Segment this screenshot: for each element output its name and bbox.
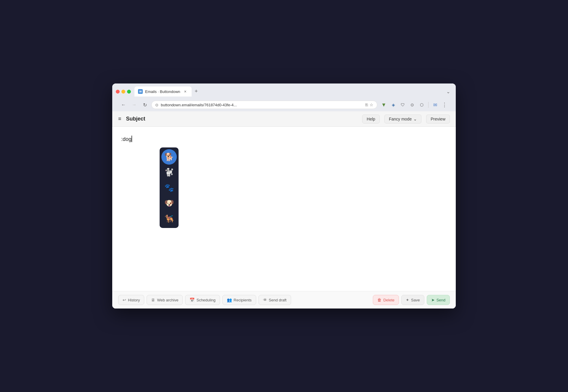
save-button[interactable]: ✦ Save <box>401 295 424 305</box>
title-bar: ✉ Emails · Buttondown × + ⌄ <box>116 86 452 97</box>
more-options-button[interactable]: ⋮ <box>440 101 449 109</box>
preview-button[interactable]: Preview <box>426 115 450 123</box>
emoji-item-poodle[interactable]: 🐩 <box>161 165 177 180</box>
editor-input[interactable]: :dog <box>121 136 447 142</box>
send-draft-label: Send draft <box>269 298 287 302</box>
new-tab-button[interactable]: + <box>192 87 200 95</box>
extension-verde[interactable]: ▼ <box>380 101 388 109</box>
preview-label: Preview <box>431 117 445 121</box>
emoji-picker-dropdown: 🐕 🐩 🐾 🐶 🐕‍🦺 <box>160 147 179 228</box>
scheduling-button[interactable]: 📅 Scheduling <box>185 295 220 305</box>
delete-icon: 🗑 <box>377 298 381 302</box>
cast-icon[interactable]: ⎘ <box>365 102 368 107</box>
extension-2[interactable]: ◈ <box>389 101 397 109</box>
active-tab[interactable]: ✉ Emails · Buttondown × <box>134 86 192 97</box>
extension-separator <box>428 102 429 108</box>
web-archive-label: Web archive <box>157 298 178 302</box>
app-content: ≡ Subject Help Fancy mode ⌄ Preview :dog… <box>112 111 456 309</box>
address-text: buttondown.email/emails/761874d0-43fe-4.… <box>161 103 363 107</box>
address-bar[interactable]: ⊙ buttondown.email/emails/761874d0-43fe-… <box>151 101 377 109</box>
web-archive-button[interactable]: 🖥 Web archive <box>147 295 183 305</box>
menu-icon[interactable]: ≡ <box>118 116 121 122</box>
browser-window: ✉ Emails · Buttondown × + ⌄ ← → ↻ ⊙ butt… <box>112 83 456 309</box>
emoji-item-paw-prints[interactable]: 🐾 <box>161 180 177 195</box>
send-label: Send <box>437 298 445 302</box>
fancy-mode-button[interactable]: Fancy mode ⌄ <box>384 115 421 123</box>
recipients-icon: 👥 <box>227 298 232 302</box>
tab-favicon: ✉ <box>138 89 143 94</box>
app-title: Subject <box>126 116 145 122</box>
emoji-item-dog-face[interactable]: 🐶 <box>161 195 177 211</box>
tab-close-button[interactable]: × <box>183 89 188 94</box>
minimize-traffic-light[interactable] <box>121 90 125 94</box>
address-security-icon: ⊙ <box>155 103 158 107</box>
tab-bar: ✉ Emails · Buttondown × + <box>134 86 442 97</box>
fancy-mode-label: Fancy mode <box>389 117 412 121</box>
close-traffic-light[interactable] <box>116 90 120 94</box>
maximize-traffic-light[interactable] <box>127 90 131 94</box>
save-icon: ✦ <box>406 298 409 302</box>
history-icon: ↩ <box>123 298 126 302</box>
text-cursor <box>131 136 132 142</box>
extension-clock[interactable]: ⊙ <box>408 101 416 109</box>
send-icon: ➤ <box>431 298 435 302</box>
bottom-toolbar: ↩ History 🖥 Web archive 📅 Scheduling 👥 R… <box>112 291 456 309</box>
delete-label: Delete <box>383 298 394 302</box>
save-label: Save <box>411 298 420 302</box>
refresh-button[interactable]: ↻ <box>141 101 149 109</box>
extension-puzzle[interactable]: ⬡ <box>418 101 426 109</box>
browser-extensions: ▼ ◈ 🛡 ⊙ ⬡ ✉ ⋮ <box>380 101 449 109</box>
back-button[interactable]: ← <box>119 101 128 109</box>
editor-area[interactable]: :dog 🐕 🐩 🐾 🐶 🐕‍🦺 <box>112 127 456 291</box>
traffic-lights <box>116 90 131 94</box>
bookmark-icon[interactable]: ☆ <box>370 102 373 107</box>
send-draft-button[interactable]: 👁 Send draft <box>259 295 291 305</box>
tab-title: Emails · Buttondown <box>145 89 180 94</box>
scheduling-label: Scheduling <box>196 298 215 302</box>
buttondown-extension[interactable]: ✉ <box>431 101 439 109</box>
emoji-item-service-dog[interactable]: 🐕‍🦺 <box>161 211 177 226</box>
history-button[interactable]: ↩ History <box>118 295 144 305</box>
scheduling-icon: 📅 <box>190 298 195 302</box>
tab-expand-button[interactable]: ⌄ <box>444 87 452 96</box>
recipients-button[interactable]: 👥 Recipients <box>222 295 256 305</box>
extension-shield[interactable]: 🛡 <box>399 101 407 109</box>
forward-button[interactable]: → <box>130 101 138 109</box>
fancy-mode-chevron: ⌄ <box>413 117 417 121</box>
delete-button[interactable]: 🗑 Delete <box>373 295 399 305</box>
emoji-item-dog[interactable]: 🐕 <box>161 149 177 165</box>
recipients-label: Recipients <box>234 298 252 302</box>
send-button[interactable]: ➤ Send <box>427 295 450 305</box>
history-label: History <box>128 298 140 302</box>
help-label: Help <box>367 117 375 121</box>
address-actions: ⎘ ☆ <box>365 102 373 107</box>
nav-bar: ← → ↻ ⊙ buttondown.email/emails/761874d0… <box>116 99 452 111</box>
app-header: ≡ Subject Help Fancy mode ⌄ Preview <box>112 111 456 127</box>
send-draft-icon: 👁 <box>263 298 267 302</box>
help-button[interactable]: Help <box>362 115 380 123</box>
browser-chrome: ✉ Emails · Buttondown × + ⌄ ← → ↻ ⊙ butt… <box>112 83 456 111</box>
editor-text: :dog <box>121 136 131 142</box>
web-archive-icon: 🖥 <box>151 298 155 302</box>
